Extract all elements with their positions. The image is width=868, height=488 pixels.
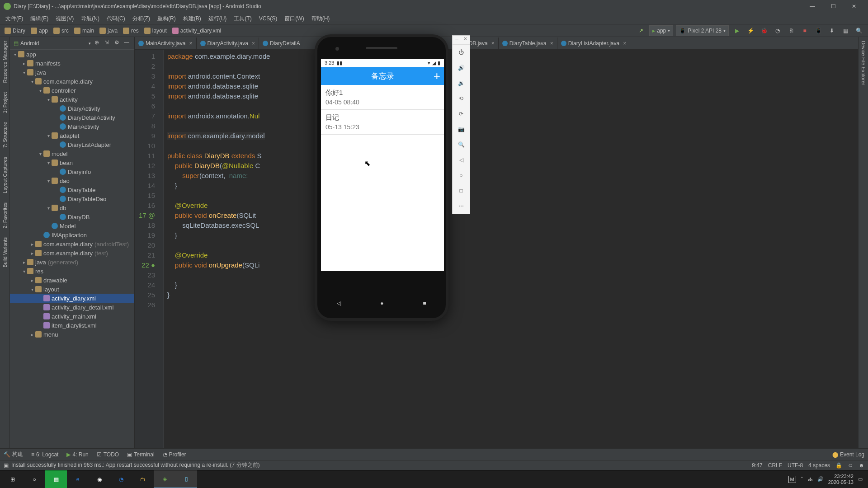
tree-node-test[interactable]: ▸com.example.diary(test) — [10, 249, 134, 258]
tree-node-imapplication[interactable]: IMApplication — [10, 230, 134, 239]
tree-node-java[interactable]: ▾java — [10, 68, 134, 77]
taskbar-edge[interactable]: e — [67, 470, 89, 488]
add-button[interactable]: + — [434, 69, 440, 83]
tab-diarylistadapter[interactable]: DiaryListAdapter.java× — [557, 38, 630, 49]
crumb-project[interactable]: Diary — [2, 26, 28, 36]
taskbar-app-1[interactable]: ▦ — [45, 470, 67, 488]
inspections-icon[interactable]: ☺ — [848, 462, 853, 469]
attach-debugger-icon[interactable]: ⎘ — [786, 25, 797, 36]
emu-power-button[interactable]: ⏻ — [453, 45, 470, 60]
tray-volume-icon[interactable]: 🔊 — [817, 476, 824, 482]
collapse-icon[interactable]: ⇲ — [103, 39, 111, 47]
tree-node-mainactivity[interactable]: MainActivity — [10, 122, 134, 131]
file-encoding[interactable]: UTF-8 — [788, 462, 803, 469]
tree-node-app[interactable]: ▾app — [10, 50, 134, 59]
crumb-java[interactable]: java — [97, 26, 120, 36]
sdk-icon[interactable]: ⬇ — [826, 25, 837, 36]
tree-node-diaryactivity[interactable]: DiaryActivity — [10, 104, 134, 113]
tree-node-diaryinfo[interactable]: Diaryinfo — [10, 167, 134, 176]
indent-config[interactable]: 4 spaces — [808, 462, 830, 469]
tree-node-activity-diary-xml[interactable]: activity_diary.xml — [10, 294, 134, 303]
list-item[interactable]: 你好1 04-05 08:40 — [321, 85, 444, 110]
toolwindow-terminal[interactable]: ▣Terminal — [127, 451, 154, 458]
hide-icon[interactable]: — — [123, 39, 131, 47]
tree-node-activity-main-xml[interactable]: activity_main.xml — [10, 312, 134, 321]
tree-node-diarydb[interactable]: DiaryDB — [10, 212, 134, 221]
crumb-module[interactable]: app — [28, 26, 51, 36]
ime-indicator[interactable]: M — [788, 476, 796, 483]
toolwindow-logcat[interactable]: ≡6: Logcat — [31, 451, 58, 458]
emu-back-button[interactable]: ◁ — [453, 152, 470, 168]
tab-mainactivity[interactable]: MainActivity.java× — [135, 38, 197, 49]
taskbar-start-button[interactable]: ⊞ — [2, 470, 24, 488]
line-separator[interactable]: CRLF — [768, 462, 782, 469]
menu-build[interactable]: 构建(B) — [179, 14, 205, 23]
emu-close-icon[interactable]: × — [461, 36, 470, 44]
tab-diarydetail[interactable]: DiaryDetailA — [259, 38, 304, 49]
tree-node-dao[interactable]: ▾dao — [10, 176, 134, 185]
emu-more-button[interactable]: ⋯ — [453, 198, 470, 214]
menu-help[interactable]: 帮助(H) — [308, 14, 334, 23]
memory-icon[interactable]: ☻ — [859, 462, 864, 469]
close-button[interactable]: ✕ — [844, 0, 864, 13]
emu-screenshot-button[interactable]: 📷 — [453, 122, 470, 137]
list-item[interactable]: 日记 05-13 15:23 — [321, 110, 444, 135]
tab-diaryactivity[interactable]: DiaryActivity.java× — [197, 38, 259, 49]
profile-icon[interactable]: ◔ — [772, 25, 783, 36]
tray-network-icon[interactable]: 🖧 — [808, 477, 813, 482]
menu-navigate[interactable]: 导航(N) — [77, 14, 103, 23]
close-tab-icon[interactable]: × — [491, 40, 495, 47]
nav-back-icon[interactable]: ◁ — [337, 300, 341, 306]
cursor-position[interactable]: 9:47 — [752, 462, 762, 469]
tree-node-package[interactable]: ▾com.example.diary — [10, 77, 134, 86]
run-config-combo[interactable]: ▸app▾ — [649, 25, 673, 36]
emu-rotate-left-button[interactable]: ⟲ — [453, 91, 470, 106]
sidebar-build-variants[interactable]: Build Variants — [2, 237, 8, 267]
crumb-res[interactable]: res — [120, 26, 142, 36]
menu-refactor[interactable]: 重构(R) — [154, 14, 179, 23]
close-tab-icon[interactable]: × — [189, 40, 192, 47]
menu-view[interactable]: 视图(V) — [52, 14, 77, 23]
target-icon[interactable]: ⊕ — [93, 39, 101, 47]
menu-window[interactable]: 窗口(W) — [281, 14, 307, 23]
toolwindow-profiler[interactable]: ◔Profiler — [163, 451, 186, 458]
tree-node-db[interactable]: ▾db — [10, 203, 134, 212]
taskbar-app-2[interactable]: ◔ — [110, 470, 132, 488]
close-tab-icon[interactable]: × — [623, 40, 626, 47]
tree-node-item-diarylist-xml[interactable]: item_diarylist.xml — [10, 321, 134, 330]
toolwindow-todo[interactable]: ☑TODO — [97, 451, 119, 458]
sidebar-favorites[interactable]: 2: Favorites — [2, 202, 8, 228]
menu-edit[interactable]: 编辑(E) — [27, 14, 52, 23]
device-combo[interactable]: 📱Pixel 2 API 28▾ — [676, 25, 729, 36]
tree-node-javagen[interactable]: ▸java(generated) — [10, 258, 134, 267]
taskbar-clock[interactable]: 23:23:42 2020-05-13 — [828, 474, 854, 485]
tree-node-res[interactable]: ▾res — [10, 267, 134, 276]
emu-zoom-button[interactable]: 🔍 — [453, 137, 470, 152]
project-structure-icon[interactable]: ▦ — [840, 25, 851, 36]
tree-view-combo[interactable]: Android — [20, 40, 87, 47]
tree-node-diarydetailactivity[interactable]: DiaryDetailActivity — [10, 113, 134, 122]
crumb-src[interactable]: src — [51, 26, 71, 36]
tree-node-diarytable[interactable]: DiaryTable — [10, 185, 134, 194]
code-editor[interactable]: 1234567891011121314151617 @1819202122 ●2… — [135, 50, 858, 448]
tree-node-diarytabledao[interactable]: DiaryTableDao — [10, 194, 134, 203]
minimize-button[interactable]: — — [802, 0, 823, 13]
maximize-button[interactable]: ☐ — [823, 0, 844, 13]
run-button[interactable]: ▶ — [731, 25, 742, 36]
search-icon[interactable]: 🔍 — [854, 25, 864, 36]
sidebar-structure[interactable]: 7: Structure — [2, 122, 8, 148]
tree-node-drawable[interactable]: ▸drawable — [10, 276, 134, 285]
emu-home-button[interactable]: ○ — [453, 168, 470, 183]
taskbar-file-explorer[interactable]: 🗀 — [132, 470, 154, 488]
tray-chevron-up-icon[interactable]: ˄ — [801, 476, 803, 482]
tree-node-activity[interactable]: ▾activity — [10, 95, 134, 104]
emu-overview-button[interactable]: □ — [453, 183, 470, 198]
tree-node-layout[interactable]: ▾layout — [10, 285, 134, 294]
close-tab-icon[interactable]: × — [252, 40, 255, 47]
tree-node-menu[interactable]: ▸menu — [10, 330, 134, 339]
tree-node-manifests[interactable]: ▸manifests — [10, 59, 134, 68]
emu-minimize-icon[interactable]: – — [453, 36, 461, 44]
nav-recent-icon[interactable]: ■ — [423, 300, 426, 306]
emu-volume-up-button[interactable]: 🔊 — [453, 60, 470, 75]
tree-node-adaptet[interactable]: ▾adaptet — [10, 131, 134, 140]
